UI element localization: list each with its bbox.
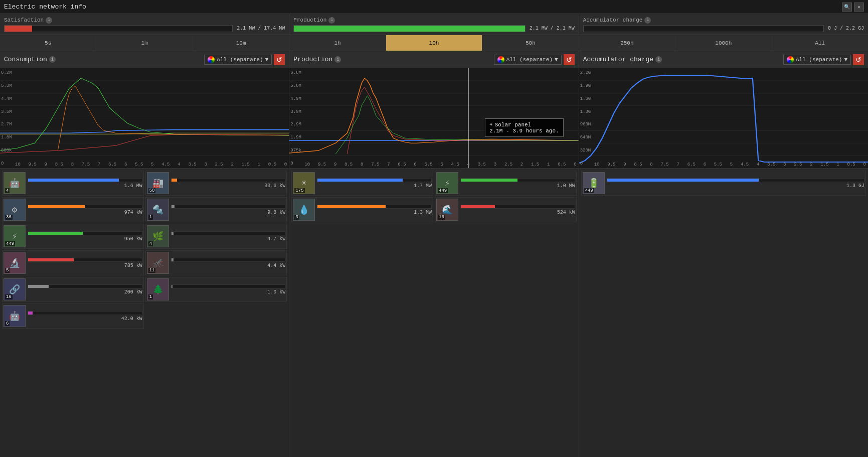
status-bar: Satisfaction i 2.1 MW / 17.4 MW Producti… (0, 14, 868, 35)
item-fill (317, 179, 403, 182)
time-bar: 5s 1m 10m 1h 10h 50h 250h 1000h All (0, 35, 868, 51)
list-item: 🌿 4 4.7 kW (145, 224, 287, 249)
item-fill (28, 258, 74, 261)
satisfaction-value: 2.1 MW / 17.4 MW (237, 26, 285, 31)
item-progress (460, 205, 575, 209)
satisfaction-fill (5, 26, 32, 32)
item-icon: ☀ 175 (293, 172, 315, 194)
item-fill (607, 179, 759, 182)
accumulator-section: Accumulator charge i 0 J / 2.2 GJ (579, 14, 868, 35)
rainbow-icon (787, 56, 794, 63)
item-fill (461, 205, 495, 208)
production-info-icon[interactable]: i (328, 17, 335, 24)
item-fill (171, 285, 172, 288)
item-value: 33.6 kW (171, 183, 286, 189)
time-1h[interactable]: 1h (289, 35, 386, 51)
accumulator-status-value: 0 J / 2.2 GJ (828, 26, 864, 31)
item-icon: 🔋 449 (583, 172, 605, 194)
item-bar-area: 4.7 kW (171, 231, 286, 242)
item-icon: 🌿 4 (147, 225, 169, 247)
item-value: 9.8 kW (171, 210, 286, 215)
item-progress (460, 178, 575, 182)
main-content: Consumption i All (separate) ▼ ↺ (0, 51, 868, 457)
item-value: 1.0 kW (171, 289, 286, 295)
production-dropdown[interactable]: All (separate) ▼ (494, 55, 562, 65)
search-button[interactable]: 🔍 (842, 3, 852, 12)
time-10h[interactable]: 10h (386, 35, 482, 51)
accumulator-dropdown[interactable]: All (separate) ▼ (783, 55, 851, 65)
production-header: Production i All (separate) ▼ ↺ (289, 51, 578, 68)
title-bar: Electric network info 🔍 ✕ (0, 0, 868, 14)
accumulator-info-icon[interactable]: i (644, 17, 651, 24)
time-50h[interactable]: 50h (482, 35, 578, 51)
accumulator-reset-button[interactable]: ↺ (853, 54, 864, 65)
item-bar-area: 1.3 GJ (607, 178, 864, 189)
consumption-reset-button[interactable]: ↺ (274, 54, 285, 65)
item-progress (28, 231, 142, 235)
production-panel-title: Production i (293, 56, 341, 63)
chevron-down-icon: ▼ (844, 57, 847, 63)
production-items-list: ☀ 175 1.7 MW ⚡ 449 (289, 169, 578, 457)
item-value: 1.3 MW (317, 210, 432, 215)
item-progress (28, 258, 142, 262)
time-section-left: 5s 1m 10m (0, 35, 289, 51)
item-fill (171, 179, 177, 182)
time-10m[interactable]: 10m (193, 35, 289, 51)
production-panel-info-icon[interactable]: i (334, 56, 341, 63)
consumption-chart: 6.2M 5.3M 4.4M 3.5M 2.7M 1.8M 888k 0 10 … (0, 68, 289, 169)
satisfaction-bar (4, 25, 233, 32)
close-button[interactable]: ✕ (854, 3, 864, 12)
list-item: 🤖 6 42.0 kW (2, 303, 144, 329)
item-progress (171, 205, 286, 209)
item-icon: ⚙️ 36 (4, 199, 26, 221)
consumption-header: Consumption i All (separate) ▼ ↺ (0, 51, 289, 68)
item-bar-area: 1.0 kW (171, 284, 286, 295)
item-icon: 🌊 16 (436, 199, 458, 221)
satisfaction-label: Satisfaction i (4, 17, 285, 24)
item-progress (171, 231, 286, 235)
production-bar-row: 2.1 MW / 2.1 MW (293, 25, 574, 32)
time-all[interactable]: All (772, 35, 868, 51)
consumption-dropdown[interactable]: All (separate) ▼ (204, 55, 272, 65)
list-item: 🌊 16 524 kW (435, 197, 577, 222)
accumulator-chart: 2.2G 1.9G 1.6G 1.3G 960M 640M 320M 0 10 … (579, 68, 868, 169)
time-5s[interactable]: 5s (0, 35, 96, 51)
time-1m[interactable]: 1m (96, 35, 193, 51)
time-1000h[interactable]: 1000h (675, 35, 772, 51)
production-bar (293, 25, 525, 32)
item-fill (461, 179, 517, 182)
item-icon: 💧 3 (293, 199, 315, 221)
rainbow-icon (208, 56, 215, 63)
accumulator-panel-info-icon[interactable]: i (655, 56, 662, 63)
item-progress (28, 205, 142, 209)
item-fill (171, 205, 175, 208)
item-value: 200 kW (28, 289, 142, 295)
item-progress (28, 178, 142, 182)
consumption-title: Consumption i (4, 56, 56, 63)
satisfaction-info-icon[interactable]: i (46, 17, 52, 24)
satisfaction-bar-row: 2.1 MW / 17.4 MW (4, 25, 285, 32)
item-value: 1.7 MW (317, 183, 432, 189)
time-section-right: 250h 1000h All (579, 35, 868, 51)
accumulator-bar-row: 0 J / 2.2 GJ (583, 25, 864, 32)
production-panel: Production i All (separate) ▼ ↺ (289, 51, 579, 457)
accumulator-items-list: 🔋 449 1.3 GJ (579, 169, 868, 457)
item-fill (28, 205, 85, 208)
production-reset-button[interactable]: ↺ (564, 54, 575, 65)
list-item: 💧 3 1.3 MW (291, 197, 433, 222)
item-value: 1.0 MW (460, 183, 575, 189)
item-value: 1.3 GJ (607, 183, 864, 189)
chevron-down-icon: ▼ (555, 57, 558, 63)
item-icon: 🤖 4 (4, 172, 26, 194)
item-bar-area: 200 kW (28, 284, 142, 295)
item-fill (171, 258, 174, 261)
time-250h[interactable]: 250h (579, 35, 675, 51)
list-item: 🔩 1 9.8 kW (145, 197, 287, 222)
item-bar-area: 1.0 MW (460, 178, 575, 189)
item-bar-area: 1.3 MW (317, 205, 432, 215)
list-item: ⚡ 449 950 kW (2, 224, 144, 249)
list-item: 🦟 11 4.4 kW (145, 250, 287, 275)
item-value: 1.6 MW (28, 183, 142, 189)
consumption-info-icon[interactable]: i (49, 56, 56, 63)
list-item: ⚡ 449 1.0 MW (435, 171, 577, 196)
